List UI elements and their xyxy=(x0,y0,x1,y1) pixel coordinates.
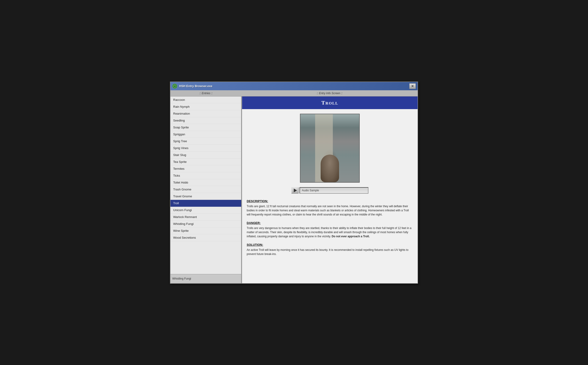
list-item-sprig-tree[interactable]: Sprig Tree xyxy=(170,138,241,145)
solution-section: SOLUTION: An active Troll will leave by … xyxy=(242,241,418,258)
list-item-travel-gnome[interactable]: Travel Gnome xyxy=(170,193,241,200)
list-item-troll[interactable]: Troll xyxy=(170,200,241,207)
app-window: HSH Entry Browser.exe ✕ :: Entries :: ::… xyxy=(170,82,418,284)
right-panel: Troll Audio Sample xyxy=(242,97,418,283)
close-button[interactable]: ✕ xyxy=(409,83,416,89)
bottom-panel: Whistling Fungi xyxy=(170,274,241,283)
title-bar-left: HSH Entry Browser.exe xyxy=(172,84,212,89)
danger-section: DANGER: Trolls are very dangerous to hum… xyxy=(242,219,418,241)
audio-label: Audio Sample xyxy=(302,189,319,192)
list-item-soap-sprite[interactable]: Soap Sprite xyxy=(170,124,241,131)
overflow-item-1[interactable]: Whistling Fungi xyxy=(172,277,191,280)
list-item-warlock-remnant[interactable]: Warlock Remnant xyxy=(170,214,241,220)
list-item-trash-gnome[interactable]: Trash Gnome xyxy=(170,186,241,193)
list-item-stair-slug[interactable]: Stair Slug xyxy=(170,152,241,159)
entry-image xyxy=(300,114,360,182)
entries-list[interactable]: RaccoonRain NymphReanimationSeedlingSoap… xyxy=(170,97,241,274)
troll-figure xyxy=(321,154,339,182)
entry-title: Troll xyxy=(321,100,338,106)
danger-label: DANGER: xyxy=(247,221,413,225)
list-item-unicorn-fungi[interactable]: Unicorn Fungi xyxy=(170,207,241,214)
danger-warning: Do not ever approach a Troll. xyxy=(332,235,370,238)
list-item-whistling-fungi[interactable]: Whistling Fungi xyxy=(170,220,241,227)
list-item-spriggan[interactable]: Spriggan xyxy=(170,131,241,138)
list-item-reanimation[interactable]: Reanimation xyxy=(170,110,241,117)
solution-text: An active Troll will leave by morning on… xyxy=(247,248,413,256)
title-bar: HSH Entry Browser.exe ✕ xyxy=(170,82,418,90)
list-item-termites[interactable]: Termites xyxy=(170,165,241,172)
info-header: :: Entry Info Screen :: xyxy=(242,92,418,95)
audio-player: Audio Sample xyxy=(242,187,418,197)
entries-header: :: Entries :: xyxy=(170,92,242,95)
description-section: DESCRIPTION: Trolls are giant, 12 ft tal… xyxy=(242,197,418,219)
danger-text-before: Trolls are very dangerous to humans when… xyxy=(247,226,411,238)
window-title: HSH Entry Browser.exe xyxy=(179,84,212,88)
list-item-ticks[interactable]: Ticks xyxy=(170,172,241,179)
list-item-seedling[interactable]: Seedling xyxy=(170,117,241,124)
list-item-wood-secretions[interactable]: Wood Secretions xyxy=(170,234,241,241)
description-label: DESCRIPTION: xyxy=(247,199,413,203)
list-item-raccoon[interactable]: Raccoon xyxy=(170,97,241,103)
list-item-rain-nymph[interactable]: Rain Nymph xyxy=(170,103,241,110)
entry-image-container xyxy=(242,109,418,187)
audio-bar[interactable]: Audio Sample xyxy=(300,187,368,194)
description-text: Trolls are giant, 12 ft tall nocturnal c… xyxy=(247,204,413,217)
list-item-sprig-vines[interactable]: Sprig Vines xyxy=(170,145,241,152)
troll-image-bg xyxy=(301,114,359,182)
svg-point-2 xyxy=(174,85,175,86)
danger-text: Trolls are very dangerous to humans when… xyxy=(247,226,413,239)
section-headers: :: Entries :: :: Entry Info Screen :: xyxy=(170,90,418,97)
left-panel: RaccoonRain NymphReanimationSeedlingSoap… xyxy=(170,97,242,283)
entry-title-bar: Troll xyxy=(242,97,418,109)
play-icon xyxy=(294,189,297,192)
main-content: RaccoonRain NymphReanimationSeedlingSoap… xyxy=(170,97,418,283)
app-icon xyxy=(172,84,177,89)
list-item-wine-sprite[interactable]: Wine Sprite xyxy=(170,227,241,234)
list-item-toilet-hobb[interactable]: Toilet Hobb xyxy=(170,179,241,186)
list-item-tea-sprite[interactable]: Tea Sprite xyxy=(170,159,241,165)
solution-label: SOLUTION: xyxy=(247,243,413,246)
play-button[interactable] xyxy=(291,187,299,194)
list-container: RaccoonRain NymphReanimationSeedlingSoap… xyxy=(170,97,241,274)
